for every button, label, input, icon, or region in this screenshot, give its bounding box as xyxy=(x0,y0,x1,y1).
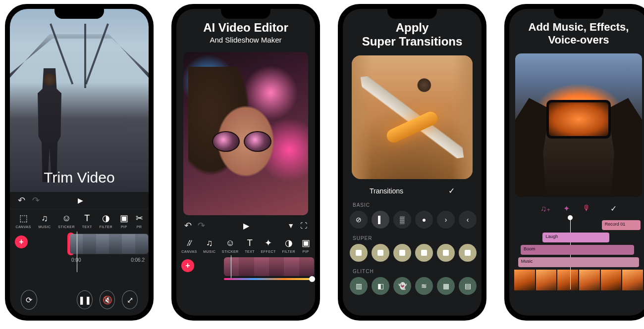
dissolve-icon: ▒ xyxy=(400,216,405,224)
track-music[interactable]: Music xyxy=(518,257,639,267)
playhead[interactable] xyxy=(231,255,231,280)
super-transition-2[interactable] xyxy=(372,244,389,262)
undo-icon[interactable]: ↶ xyxy=(18,195,25,206)
rotate-button[interactable]: ⟳ xyxy=(21,290,37,310)
time-start: 0:00 xyxy=(71,257,81,263)
screenshot-2: AI Video Editor And Slideshow Maker ↶ ↷ … xyxy=(171,4,320,321)
tool-effect[interactable]: ✦EFFECT xyxy=(261,238,276,253)
filter-toggle-icon[interactable]: ▼ xyxy=(287,222,294,230)
clip[interactable] xyxy=(224,257,314,276)
redo-icon[interactable]: ↷ xyxy=(198,220,205,231)
check-icon[interactable]: ✓ xyxy=(448,186,455,195)
pause-button[interactable]: ❚❚ xyxy=(77,290,93,309)
video-preview[interactable] xyxy=(515,53,642,197)
play-icon[interactable]: ▶ xyxy=(78,196,83,204)
tool-sticker[interactable]: ☺STICKER xyxy=(222,238,239,253)
track-end-handle[interactable] xyxy=(309,276,315,282)
fullscreen-button[interactable]: ⤢ xyxy=(122,290,138,309)
glitch-transition-5[interactable]: ▦ xyxy=(437,277,455,295)
basic-transitions-row: ⊘ ▌ ▒ ● › ‹ xyxy=(343,211,482,233)
chevron-right-icon: › xyxy=(445,216,447,224)
tool-filter[interactable]: ◑FILTER xyxy=(282,238,295,253)
video-preview[interactable]: Trim Video xyxy=(10,9,149,192)
sparkle-icon[interactable]: ✦ xyxy=(563,204,570,213)
add-clip-button[interactable]: + xyxy=(181,259,194,272)
transition-dissolve[interactable]: ▒ xyxy=(393,211,411,229)
tool-pip[interactable]: ▣PIP xyxy=(302,238,310,253)
tool-music[interactable]: ♫MUSIC xyxy=(38,213,51,229)
timeline[interactable]: + xyxy=(176,257,315,285)
toolbar: ⬚CANVAS ♫MUSIC ☺STICKER TTEXT ◑FILTER ▣P… xyxy=(10,209,149,234)
text-icon: T xyxy=(247,238,253,248)
glitch-transition-3[interactable]: 👻 xyxy=(393,277,411,295)
screenshot-3: Apply Super Transitions Transitions ✓ BA… xyxy=(338,4,486,321)
transition-prev[interactable]: ‹ xyxy=(459,211,477,229)
tool-filter[interactable]: ◑FILTER xyxy=(99,213,112,229)
redo-icon[interactable]: ↷ xyxy=(32,195,40,206)
track-boom[interactable]: Boom xyxy=(521,245,634,255)
none-icon: ⊘ xyxy=(356,216,362,224)
tool-canvas[interactable]: ⫽CANVAS xyxy=(181,238,197,253)
super-transition-3[interactable] xyxy=(393,244,411,262)
transition-next[interactable]: › xyxy=(437,211,455,229)
tool-text[interactable]: TTEXT xyxy=(245,238,255,253)
check-icon[interactable]: ✓ xyxy=(610,204,617,213)
screen-title: AI Video Editor xyxy=(183,21,308,35)
video-thumbnails[interactable] xyxy=(514,270,643,290)
tool-canvas[interactable]: ⬚CANVAS xyxy=(15,213,31,229)
scissors-icon: ✂ xyxy=(136,213,143,223)
tool-trim[interactable]: ✂PR xyxy=(136,213,143,229)
play-icon[interactable]: ▶ xyxy=(243,221,249,231)
sticker-icon: ☺ xyxy=(62,213,71,223)
glitch-transition-1[interactable]: ▥ xyxy=(350,277,368,295)
category-super: SUPER xyxy=(343,233,482,244)
effect-icon: ✦ xyxy=(265,238,272,248)
screen-title-line-1: Apply xyxy=(348,21,477,35)
tool-text[interactable]: TTEXT xyxy=(82,213,92,229)
music-icon: ♫ xyxy=(206,238,213,248)
glitch-transition-6[interactable]: ▤ xyxy=(459,277,477,295)
super-transition-4[interactable] xyxy=(415,244,433,262)
super-transition-5[interactable] xyxy=(437,244,455,262)
pip-icon: ▣ xyxy=(120,213,128,223)
notch xyxy=(54,9,104,19)
glitch-transition-2[interactable]: ◧ xyxy=(372,277,389,295)
transition-none[interactable]: ⊘ xyxy=(350,211,368,229)
filter-icon: ◑ xyxy=(285,238,293,248)
glitch-transitions-row: ▥ ◧ 👻 ≋ ▦ ▤ xyxy=(343,277,482,299)
video-preview[interactable] xyxy=(352,55,473,179)
undo-icon[interactable]: ↶ xyxy=(184,220,192,231)
fullscreen-icon[interactable]: ⛶ xyxy=(300,222,307,230)
screen-title-line-2: Voice-overs xyxy=(514,34,643,47)
fade-icon: ▌ xyxy=(378,216,383,224)
text-icon: T xyxy=(84,213,90,223)
glitch-transition-4[interactable]: ≋ xyxy=(415,277,433,295)
color-track[interactable] xyxy=(224,278,314,280)
mute-button[interactable]: 🔇 xyxy=(100,290,115,309)
category-glitch: GLITCH xyxy=(343,266,482,277)
microphone-icon[interactable]: 🎙 xyxy=(583,204,590,213)
super-transition-6[interactable] xyxy=(459,244,477,262)
tool-sticker[interactable]: ☺STICKER xyxy=(58,213,75,229)
transition-fade[interactable]: ▌ xyxy=(372,211,389,229)
playhead[interactable] xyxy=(77,232,77,272)
add-music-icon[interactable]: ♫₊ xyxy=(540,204,550,213)
filter-icon: ◑ xyxy=(102,213,110,223)
transition-dot[interactable]: ● xyxy=(415,211,433,229)
track-record[interactable]: Record 01 xyxy=(602,220,641,230)
add-clip-button[interactable]: + xyxy=(15,235,28,248)
clip[interactable] xyxy=(69,234,149,254)
timeline[interactable]: + 0:00 0:06.2 xyxy=(10,234,149,268)
video-preview[interactable] xyxy=(183,52,308,215)
screen-title-line-1: Add Music, Effects, xyxy=(514,21,643,34)
tool-pip[interactable]: ▣PIP xyxy=(120,213,128,229)
tool-music[interactable]: ♫MUSIC xyxy=(203,238,215,253)
sticker-icon: ☺ xyxy=(226,238,235,248)
music-icon: ♫ xyxy=(41,213,48,223)
time-end: 0:06.2 xyxy=(131,257,145,263)
chevron-left-icon: ‹ xyxy=(467,216,469,224)
canvas-icon: ⬚ xyxy=(19,213,28,223)
track-laugh[interactable]: Laugh xyxy=(542,233,609,242)
super-transition-1[interactable] xyxy=(350,244,368,262)
audio-tracks[interactable]: Record 01 Laugh Boom Music xyxy=(509,217,644,306)
